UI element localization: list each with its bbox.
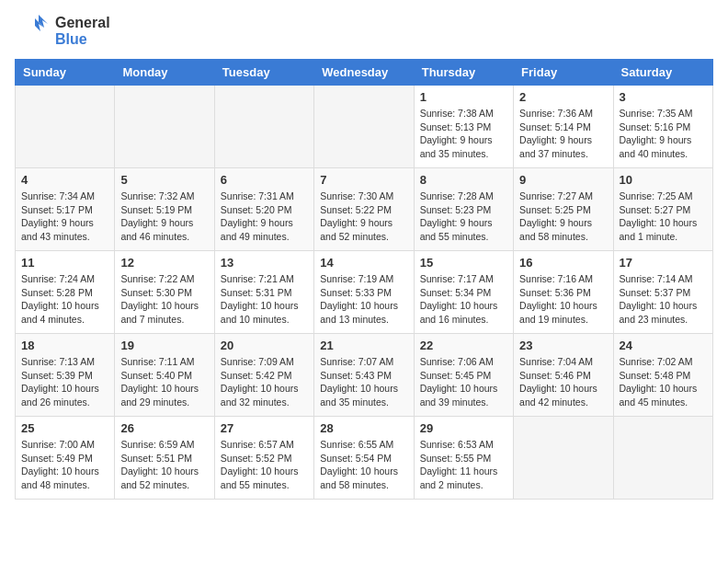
weekday-header-wednesday: Wednesday <box>314 60 414 86</box>
calendar-cell: 25Sunrise: 7:00 AMSunset: 5:49 PMDayligh… <box>16 417 115 500</box>
day-info: Sunrise: 7:32 AMSunset: 5:19 PMDaylight:… <box>120 190 208 244</box>
logo-blue: Blue <box>55 31 110 48</box>
day-number: 3 <box>620 90 707 104</box>
day-number: 4 <box>21 173 108 187</box>
day-number: 25 <box>21 421 108 435</box>
calendar-week-row: 1Sunrise: 7:38 AMSunset: 5:13 PMDaylight… <box>16 86 713 168</box>
calendar-week-row: 11Sunrise: 7:24 AMSunset: 5:28 PMDayligh… <box>16 251 713 334</box>
calendar-cell <box>613 417 712 500</box>
calendar-cell: 20Sunrise: 7:09 AMSunset: 5:42 PMDayligh… <box>214 334 313 417</box>
weekday-header-friday: Friday <box>514 60 613 86</box>
day-info: Sunrise: 7:24 AMSunset: 5:28 PMDaylight:… <box>21 272 108 327</box>
day-info: Sunrise: 7:27 AMSunset: 5:25 PMDaylight:… <box>519 190 607 244</box>
calendar-cell: 4Sunrise: 7:34 AMSunset: 5:17 PMDaylight… <box>16 168 115 251</box>
day-info: Sunrise: 6:55 AMSunset: 5:54 PMDaylight:… <box>320 438 407 492</box>
calendar-cell <box>115 86 214 168</box>
calendar-cell: 26Sunrise: 6:59 AMSunset: 5:51 PMDayligh… <box>115 417 214 500</box>
day-number: 21 <box>320 339 407 352</box>
day-number: 9 <box>519 173 607 187</box>
calendar-cell: 10Sunrise: 7:25 AMSunset: 5:27 PMDayligh… <box>613 168 712 251</box>
weekday-header-saturday: Saturday <box>613 60 712 86</box>
weekday-header-monday: Monday <box>115 60 214 86</box>
calendar-cell: 28Sunrise: 6:55 AMSunset: 5:54 PMDayligh… <box>314 417 414 500</box>
calendar-cell: 12Sunrise: 7:22 AMSunset: 5:30 PMDayligh… <box>115 251 214 334</box>
calendar-week-row: 18Sunrise: 7:13 AMSunset: 5:39 PMDayligh… <box>16 334 713 417</box>
calendar-week-row: 4Sunrise: 7:34 AMSunset: 5:17 PMDaylight… <box>16 168 713 251</box>
calendar-cell <box>514 417 613 500</box>
header: GeneralBlue <box>15 15 713 48</box>
calendar-cell: 11Sunrise: 7:24 AMSunset: 5:28 PMDayligh… <box>16 251 115 334</box>
calendar-cell <box>314 86 414 168</box>
day-info: Sunrise: 6:53 AMSunset: 5:55 PMDaylight:… <box>420 438 507 492</box>
day-number: 28 <box>320 421 407 435</box>
calendar-cell: 27Sunrise: 6:57 AMSunset: 5:52 PMDayligh… <box>214 417 313 500</box>
day-number: 16 <box>519 256 607 270</box>
calendar-cell: 7Sunrise: 7:30 AMSunset: 5:22 PMDaylight… <box>314 168 414 251</box>
day-number: 18 <box>21 339 108 352</box>
day-number: 14 <box>320 256 407 270</box>
day-info: Sunrise: 7:34 AMSunset: 5:17 PMDaylight:… <box>21 190 108 244</box>
day-info: Sunrise: 7:11 AMSunset: 5:40 PMDaylight:… <box>120 355 208 409</box>
calendar-cell: 22Sunrise: 7:06 AMSunset: 5:45 PMDayligh… <box>414 334 513 417</box>
day-info: Sunrise: 7:19 AMSunset: 5:33 PMDaylight:… <box>320 272 407 327</box>
day-number: 22 <box>420 339 507 352</box>
calendar-cell: 9Sunrise: 7:27 AMSunset: 5:25 PMDaylight… <box>514 168 613 251</box>
day-info: Sunrise: 7:02 AMSunset: 5:48 PMDaylight:… <box>620 355 707 409</box>
day-info: Sunrise: 7:36 AMSunset: 5:14 PMDaylight:… <box>519 107 607 161</box>
calendar-cell: 5Sunrise: 7:32 AMSunset: 5:19 PMDaylight… <box>115 168 214 251</box>
day-info: Sunrise: 7:38 AMSunset: 5:13 PMDaylight:… <box>420 107 507 161</box>
day-info: Sunrise: 7:28 AMSunset: 5:23 PMDaylight:… <box>420 190 507 244</box>
calendar-cell: 19Sunrise: 7:11 AMSunset: 5:40 PMDayligh… <box>115 334 214 417</box>
day-info: Sunrise: 7:04 AMSunset: 5:46 PMDaylight:… <box>519 355 607 409</box>
calendar-cell: 13Sunrise: 7:21 AMSunset: 5:31 PMDayligh… <box>214 251 313 334</box>
day-number: 13 <box>221 256 308 270</box>
day-info: Sunrise: 7:16 AMSunset: 5:36 PMDaylight:… <box>519 272 607 327</box>
day-info: Sunrise: 7:31 AMSunset: 5:20 PMDaylight:… <box>221 190 308 244</box>
day-number: 5 <box>120 173 208 187</box>
day-info: Sunrise: 7:07 AMSunset: 5:43 PMDaylight:… <box>320 355 407 409</box>
calendar-cell: 18Sunrise: 7:13 AMSunset: 5:39 PMDayligh… <box>16 334 115 417</box>
weekday-header-thursday: Thursday <box>414 60 513 86</box>
calendar-cell: 2Sunrise: 7:36 AMSunset: 5:14 PMDaylight… <box>514 86 613 168</box>
day-info: Sunrise: 7:14 AMSunset: 5:37 PMDaylight:… <box>620 272 707 327</box>
day-info: Sunrise: 7:09 AMSunset: 5:42 PMDaylight:… <box>221 355 308 409</box>
weekday-header-tuesday: Tuesday <box>214 60 313 86</box>
calendar-cell: 24Sunrise: 7:02 AMSunset: 5:48 PMDayligh… <box>613 334 712 417</box>
calendar-cell: 14Sunrise: 7:19 AMSunset: 5:33 PMDayligh… <box>314 251 414 334</box>
calendar-cell: 15Sunrise: 7:17 AMSunset: 5:34 PMDayligh… <box>414 251 513 334</box>
day-info: Sunrise: 7:21 AMSunset: 5:31 PMDaylight:… <box>221 272 308 327</box>
day-number: 2 <box>519 90 607 104</box>
day-info: Sunrise: 7:30 AMSunset: 5:22 PMDaylight:… <box>320 190 407 244</box>
day-number: 15 <box>420 256 507 270</box>
logo: GeneralBlue <box>15 15 110 48</box>
calendar-table: SundayMondayTuesdayWednesdayThursdayFrid… <box>15 59 713 500</box>
day-number: 23 <box>519 339 607 352</box>
day-info: Sunrise: 7:25 AMSunset: 5:27 PMDaylight:… <box>620 190 707 244</box>
calendar-cell: 6Sunrise: 7:31 AMSunset: 5:20 PMDaylight… <box>214 168 313 251</box>
day-info: Sunrise: 6:59 AMSunset: 5:51 PMDaylight:… <box>120 438 208 492</box>
day-number: 8 <box>420 173 507 187</box>
day-number: 29 <box>420 421 507 435</box>
day-number: 12 <box>120 256 208 270</box>
calendar-cell: 16Sunrise: 7:16 AMSunset: 5:36 PMDayligh… <box>514 251 613 334</box>
day-number: 26 <box>120 421 208 435</box>
day-number: 6 <box>221 173 308 187</box>
calendar-cell <box>16 86 115 168</box>
calendar-cell: 17Sunrise: 7:14 AMSunset: 5:37 PMDayligh… <box>613 251 712 334</box>
day-info: Sunrise: 7:06 AMSunset: 5:45 PMDaylight:… <box>420 355 507 409</box>
day-number: 20 <box>221 339 308 352</box>
calendar-cell: 21Sunrise: 7:07 AMSunset: 5:43 PMDayligh… <box>314 334 414 417</box>
day-number: 1 <box>420 90 507 104</box>
day-info: Sunrise: 7:17 AMSunset: 5:34 PMDaylight:… <box>420 272 507 327</box>
day-info: Sunrise: 7:35 AMSunset: 5:16 PMDaylight:… <box>620 107 707 161</box>
calendar-cell: 8Sunrise: 7:28 AMSunset: 5:23 PMDaylight… <box>414 168 513 251</box>
day-number: 10 <box>620 173 707 187</box>
day-info: Sunrise: 6:57 AMSunset: 5:52 PMDaylight:… <box>221 438 308 492</box>
calendar-cell: 1Sunrise: 7:38 AMSunset: 5:13 PMDaylight… <box>414 86 513 168</box>
calendar-cell: 29Sunrise: 6:53 AMSunset: 5:55 PMDayligh… <box>414 417 513 500</box>
day-info: Sunrise: 7:13 AMSunset: 5:39 PMDaylight:… <box>21 355 108 409</box>
calendar-week-row: 25Sunrise: 7:00 AMSunset: 5:49 PMDayligh… <box>16 417 713 500</box>
logo-general: General <box>55 15 110 31</box>
day-number: 24 <box>620 339 707 352</box>
logo-icon <box>15 15 51 48</box>
